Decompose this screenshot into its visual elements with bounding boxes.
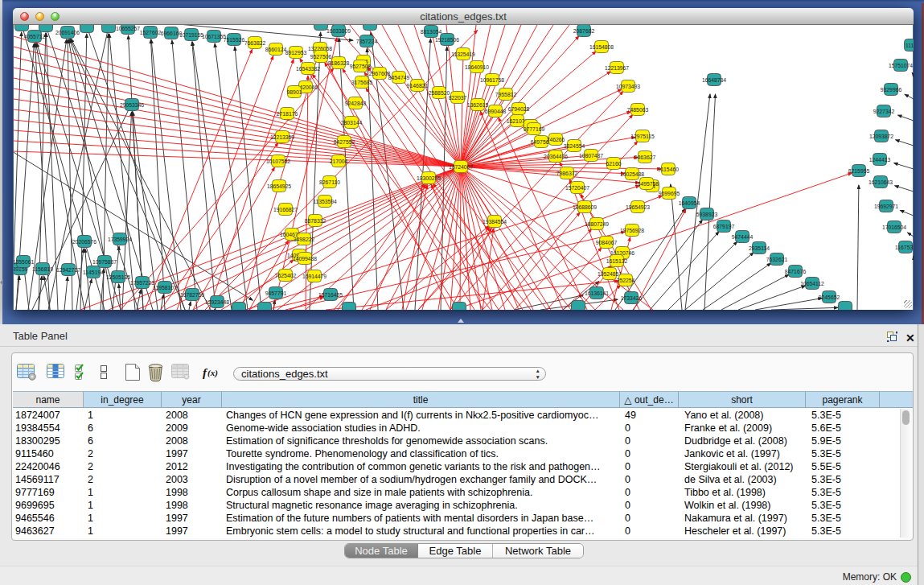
svg-text:8427552: 8427552 — [334, 139, 355, 145]
svg-text:29053346: 29053346 — [120, 102, 144, 108]
svg-text:20364436: 20364436 — [544, 154, 568, 159]
svg-text:10671355: 10671355 — [202, 34, 226, 39]
svg-text:16648784: 16648784 — [702, 77, 726, 83]
svg-text:7625402: 7625402 — [275, 273, 297, 278]
svg-text:7485063: 7485063 — [627, 107, 649, 113]
svg-text:18807249: 18807249 — [585, 221, 609, 227]
svg-text:(x): (x) — [207, 368, 218, 378]
svg-text:9777169: 9777169 — [524, 126, 545, 132]
svg-text:7663822: 7663822 — [244, 40, 266, 46]
svg-text:8215955: 8215955 — [848, 168, 870, 174]
svg-text:8267110: 8267110 — [319, 179, 340, 185]
svg-text:2718176: 2718176 — [277, 111, 298, 117]
svg-text:16543382: 16543382 — [296, 66, 320, 72]
svg-text:10025488: 10025488 — [620, 171, 644, 177]
svg-text:6794028: 6794028 — [508, 106, 530, 112]
svg-text:8878332: 8878332 — [305, 218, 326, 224]
svg-text:1733426: 1733426 — [621, 295, 643, 301]
svg-text:10973493: 10973493 — [616, 84, 640, 89]
svg-text:9084067: 9084067 — [596, 240, 618, 245]
svg-text:16782759: 16782759 — [180, 292, 204, 298]
svg-text:11353594: 11353594 — [313, 199, 337, 204]
svg-text:18640910: 18640910 — [465, 64, 489, 70]
svg-text:9115460: 9115460 — [658, 167, 679, 172]
svg-text:7515526: 7515526 — [224, 37, 245, 43]
svg-text:746266: 746266 — [547, 137, 565, 142]
svg-text:12505135: 12505135 — [106, 274, 130, 280]
svg-text:19756928: 19756928 — [620, 228, 644, 233]
svg-text:252254: 252254 — [617, 278, 635, 283]
svg-text:19692971: 19692971 — [874, 204, 898, 209]
svg-text:19218506: 19218506 — [435, 37, 459, 43]
svg-text:8186328: 8186328 — [328, 60, 350, 66]
svg-text:16136141: 16136141 — [585, 290, 609, 296]
svg-text:19384554: 19384554 — [483, 219, 507, 225]
svg-text:12213967: 12213967 — [605, 65, 629, 71]
svg-text:9227342: 9227342 — [873, 109, 895, 114]
svg-text:16495758: 16495758 — [634, 181, 659, 187]
svg-text:17359924: 17359924 — [108, 237, 132, 242]
svg-text:10107552: 10107552 — [266, 159, 290, 164]
svg-text:10719155: 10719155 — [179, 32, 203, 38]
svg-text:15720407: 15720407 — [565, 185, 589, 191]
svg-text:20206576: 20206576 — [72, 239, 97, 245]
svg-text:8660124: 8660124 — [265, 47, 287, 52]
svg-text:6879197: 6879197 — [713, 224, 735, 229]
svg-text:3175685: 3175685 — [351, 80, 373, 85]
svg-text:10688609: 10688609 — [573, 204, 597, 210]
svg-text:12975115: 12975115 — [630, 134, 655, 139]
svg-text:12093872: 12093872 — [869, 134, 893, 139]
svg-text:8471676: 8471676 — [785, 269, 807, 274]
svg-text:12942737: 12942737 — [56, 267, 80, 273]
svg-text:10961758: 10961758 — [480, 77, 504, 83]
svg-text:16154808: 16154808 — [589, 44, 614, 50]
svg-text:11325419: 11325419 — [451, 51, 475, 57]
svg-text:17957223: 17957223 — [130, 280, 154, 286]
svg-text:8912953: 8912953 — [285, 50, 307, 56]
svg-text:1527602: 1527602 — [140, 30, 162, 35]
svg-text:5938923: 5938923 — [696, 212, 718, 217]
svg-text:1640954: 1640954 — [679, 200, 700, 206]
svg-text:1244413: 1244413 — [869, 157, 891, 163]
svg-text:15751074: 15751074 — [889, 63, 913, 68]
svg-text:9474444: 9474444 — [732, 234, 754, 240]
svg-text:9457791: 9457791 — [265, 290, 287, 296]
svg-text:10655257: 10655257 — [116, 26, 140, 31]
svg-text:16210643: 16210643 — [869, 179, 893, 185]
svg-text:1145194: 1145194 — [83, 270, 104, 275]
svg-text:9527508: 9527508 — [350, 64, 372, 69]
svg-text:3824554: 3824554 — [564, 143, 585, 149]
svg-text:12923448: 12923448 — [205, 299, 229, 305]
svg-text:14099488: 14099488 — [293, 256, 317, 262]
svg-text:17016504: 17016504 — [882, 225, 906, 230]
svg-text:9329966: 9329966 — [881, 87, 902, 93]
svg-text:2967608: 2967608 — [369, 71, 391, 76]
svg-text:1615132: 1615132 — [606, 258, 628, 264]
svg-text:2087682: 2087682 — [573, 28, 595, 34]
svg-text:7357224: 7357224 — [356, 39, 378, 44]
svg-text:10807487: 10807487 — [579, 153, 603, 159]
svg-text:7955812: 7955812 — [495, 92, 517, 97]
svg-text:62160: 62160 — [606, 161, 622, 167]
svg-text:9699695: 9699695 — [659, 191, 680, 196]
svg-text:9245652: 9245652 — [819, 295, 840, 300]
svg-text:2803144: 2803144 — [341, 120, 363, 126]
svg-text:6990448: 6990448 — [485, 109, 507, 114]
svg-text:16914479: 16914479 — [302, 274, 326, 279]
svg-text:18300295: 18300295 — [417, 175, 441, 181]
svg-text:822037: 822037 — [449, 95, 467, 101]
svg-text:1156819: 1156819 — [32, 266, 53, 272]
svg-text:18654925: 18654925 — [267, 183, 291, 189]
svg-text:20691406: 20691406 — [55, 30, 80, 35]
svg-text:3498222: 3498222 — [294, 237, 315, 242]
svg-text:7632621: 7632621 — [766, 257, 788, 262]
svg-text:8454749: 8454749 — [388, 75, 410, 80]
svg-text:4055712: 4055712 — [24, 34, 46, 39]
svg-text:1362615: 1362615 — [467, 102, 489, 108]
svg-text:1117: 1117 — [906, 43, 914, 48]
svg-text:2935114: 2935114 — [749, 245, 770, 251]
svg-text:19524851: 19524851 — [598, 271, 622, 277]
svg-text:9242848: 9242848 — [345, 101, 367, 106]
svg-text:19654923: 19654923 — [626, 204, 650, 210]
svg-text:18724007: 18724007 — [449, 164, 473, 170]
